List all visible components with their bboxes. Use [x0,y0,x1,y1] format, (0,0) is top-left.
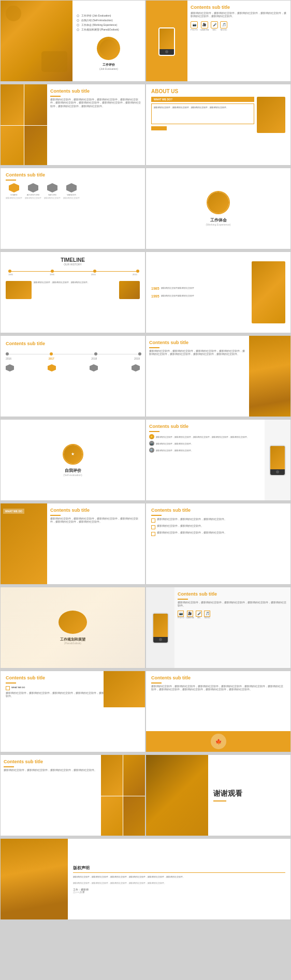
slide02-body: 摄影师的社交软件，摄影师的社交软件，摄影师的社交软件，摄影师的社交软件，摄影师的… [191,12,287,19]
slide-row-11: 版权声明 摄影师的社交软件，摄影师的社交软件，摄影师的社交软件，摄影师的社交软件… [0,838,291,920]
thanks-title: 谢谢观看 [213,789,242,798]
slide16-icons: 📷 PHOTO 🎥 CAMERA 🎤 MIC 🎵 MUSIC [178,611,287,619]
slide03-body: 摄影师的社交软件，摄影师的社交软件，摄影师的社交软件，摄影师的社交软件，摄影师的… [50,98,142,108]
slide-21: 版权声明 摄影师的社交软件，摄影师的社交软件，摄影师的社交软件，摄影师的社交软件… [0,838,291,920]
about-title: ABOUT US [151,88,285,94]
slide-row-6: ★ 自我评价 (Self-evaluation) Contents sub ti… [0,419,291,501]
slide-14: Contents sub title 摄影师的社交软件，摄影师的社交软件，摄影师… [146,503,291,585]
working-exp-sub: (Working Experience) [206,223,231,226]
slide02-title: Contents sub title [191,5,287,10]
slide10-body: 摄影师的社交软件，摄影师的社交软件，摄影师的社交软件，摄影师的社交软件，摄影师的… [149,350,246,357]
slide-06: 工作体会 (Working Experience) [146,168,291,249]
disclaimer-body: 摄影师的社交软件，摄影师的社交软件，摄影师的社交软件，摄影师的社交软件，摄影师的… [73,875,285,879]
slide-20: 谢谢观看 [146,754,291,836]
badge-sub: (Job Evaluation) [99,67,118,70]
slide-17: Contents sub title WHAT WE DO 摄影师的社交软件，摄… [0,671,146,752]
slide-row-8: 工作规划和展望 (Plans&Outlook) Contents sub tit… [0,587,291,669]
slide18-title: Contents sub title [151,675,285,680]
slide-12: Contents sub title 🔔 摄影师的社交软件，摄影师的社交软件，摄… [146,419,291,501]
working-exp-title: 工作体会 [210,217,227,223]
slide-row-1: 工作评价 (Job Evaluation) 自我介绍 (Self-introdu… [0,0,291,82]
slide05-title: Contents sub title [6,172,140,177]
slide-10: Contents sub title 摄影师的社交软件，摄影师的社交软件，摄影师… [146,335,291,417]
slide13-body: 摄影师的社交软件，摄影师的社交软件，摄影师的社交软件，摄影师的社交软件，摄影师的… [50,517,142,524]
slide18-body: 摄影师的社交软件，摄影师的社交软件，摄影师的社交软件，摄影师的社交软件，摄影师的… [151,685,285,692]
slide13-title: Contents sub title [50,508,142,513]
job-eval-section: 工作评价 (Job Evaluation) [77,37,141,70]
slide14-title: Contents sub title [151,508,285,513]
slide-07: TIMELINE OUR HISTORY 1985 1995 2005 2015 [0,251,146,333]
menu-item-3: 工作体会 (Working Experience) [77,23,119,26]
slide-row-10: Contents sub title 摄影师的社交软件，摄影师的社交软件，摄影师… [0,754,291,836]
slide-15: 工作规划和展望 (Plans&Outlook) [0,587,146,669]
slide-row-4: TIMELINE OUR HISTORY 1985 1995 2005 2015 [0,251,291,333]
timeline-title: TIMELINE [6,257,140,263]
hexagon-row: SHARE 摄影师的社交软件 ADVENTURE 摄影师的社交软件 NATURE… [6,183,140,199]
menu-item-1: 工作评价 (Job Evaluation) [77,14,119,17]
menu-item-4: 工作规划和展望 (Plans&Outlook) [77,28,119,31]
slide03-title: Contents sub title [50,88,142,94]
slide-04: ABOUT US WHAT WE DO? 摄影师的社交软件，摄影师的社交软件，摄… [146,84,291,166]
self-eval-title: 自我评价 [65,468,81,473]
slide-11: ★ 自我评价 (Self-evaluation) [0,419,146,501]
slide-05: Contents sub title SHARE 摄影师的社交软件 ADVENT… [0,168,146,249]
slide19-title: Contents sub title [4,759,98,764]
about-body: 摄影师的社交软件，摄影师的社交软件，摄影师的社交软件，摄影师的社交软件。 [151,103,254,124]
slide-08: 1985 摄影师的社交软件摄影师的社交软件 1995 摄影师的社交软件摄影师的社… [146,251,291,333]
slide-16: Contents sub title 摄影师的社交软件，摄影师的社交软件，摄影师… [146,587,291,669]
slide16-title: Contents sub title [178,591,287,597]
slide-09: Contents sub title 2016 2017 2018 2019 [0,335,146,417]
slide-18: Contents sub title 摄影师的社交软件，摄影师的社交软件，摄影师… [146,671,291,752]
slide02-icons: 📷 PHOTO 🎥 CAMERA 🎤 MIC 🎵 MUSIC [191,21,287,31]
slide-03: Contents sub title 摄影师的社交软件，摄影师的社交软件，摄影师… [0,84,146,166]
slide-19: Contents sub title 摄影师的社交软件，摄影师的社交软件，摄影师… [0,754,146,836]
job-eval-badge [97,37,120,60]
menu-item-2: 自我介绍 (Self-introduction) [77,19,119,22]
slide16-body: 摄影师的社交软件，摄影师的社交软件，摄影师的社交软件，摄影师的社交软件，摄影师的… [178,601,287,608]
disclaimer-date: 二○一八年 [73,891,285,894]
slide12-title: Contents sub title [149,424,261,429]
slide-row-9: Contents sub title WHAT WE DO 摄影师的社交软件，摄… [0,671,291,752]
what-we-do: WHAT WE DO? [151,97,254,102]
slide-02: Contents sub title 摄影师的社交软件，摄影师的社交软件，摄影师… [146,0,291,82]
slide-row-2: Contents sub title 摄影师的社交软件，摄影师的社交软件，摄影师… [0,84,291,166]
slide-13: WHAT WE DO Contents sub title 摄影师的社交软件，摄… [0,503,146,585]
menu-list: 工作评价 (Job Evaluation) 自我介绍 (Self-introdu… [77,12,119,33]
slide-row-7: WHAT WE DO Contents sub title 摄影师的社交软件，摄… [0,503,291,585]
slide-01: 工作评价 (Job Evaluation) 自我介绍 (Self-introdu… [0,0,146,82]
slide-row-3: Contents sub title SHARE 摄影师的社交软件 ADVENT… [0,168,291,249]
slide19-body: 摄影师的社交软件，摄影师的社交软件，摄影师的社交软件，摄影师的社交软件。 [4,769,98,772]
slide10-title: Contents sub title [149,340,246,345]
disclaimer-title: 版权声明 [73,865,285,873]
timeline-sub: OUR HISTORY [6,263,140,266]
slide-row-5: Contents sub title 2016 2017 2018 2019 [0,335,291,417]
slide09-title: Contents sub title [6,341,140,346]
badge-label: 工作评价 [103,63,115,67]
self-eval-sub: (Self-evaluation) [63,473,82,477]
